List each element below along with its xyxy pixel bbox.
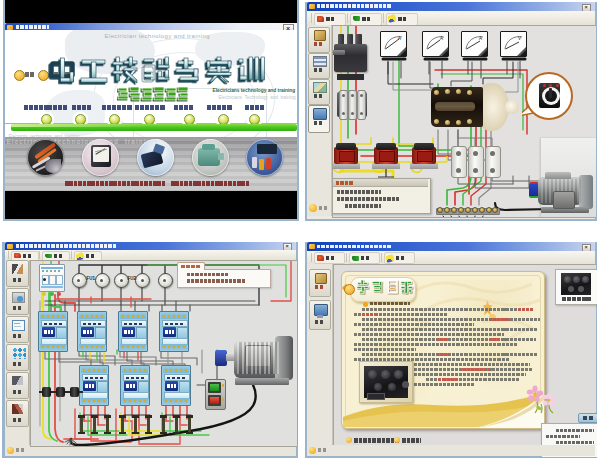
svg-text:A: A	[479, 36, 482, 41]
svg-text:V: V	[518, 36, 521, 41]
svg-text:A: A	[398, 36, 401, 41]
svg-text:A: A	[440, 36, 443, 41]
